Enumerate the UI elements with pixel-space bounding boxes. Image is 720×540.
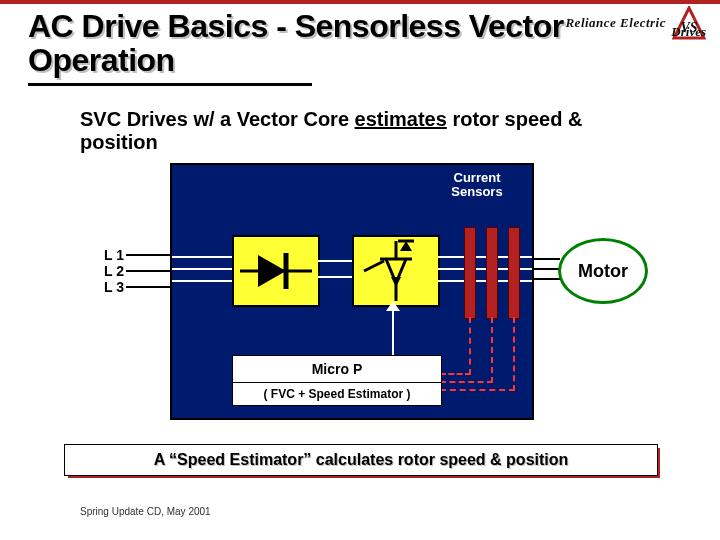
current-sensor-1 (464, 227, 476, 319)
fb-line-h3 (440, 389, 515, 391)
motor-symbol: Motor (558, 238, 648, 304)
fb-line-h2 (440, 381, 493, 383)
input-line-labels: L 1 L 2 L 3 (104, 247, 124, 295)
micro-p-subtitle: ( FVC + Speed Estimator ) (233, 383, 441, 405)
top-divider (0, 0, 720, 4)
callout-text: A “Speed Estimator” calculates rotor spe… (154, 451, 569, 469)
subtitle-pre: SVC Drives w/ a Vector Core (80, 108, 355, 130)
page-title: AC Drive Basics - Sensorless Vector Oper… (28, 10, 688, 77)
motor-label: Motor (578, 261, 628, 282)
motor-line-1 (530, 258, 560, 260)
slide: Reliance Electric VS Drives AC Drive Bas… (0, 0, 720, 540)
current-sensor-3 (508, 227, 520, 319)
page-title-text: AC Drive Basics - Sensorless Vector Oper… (28, 10, 688, 77)
fb-line-v2 (491, 317, 493, 383)
subtitle: SVC Drives w/ a Vector Core estimates ro… (80, 108, 660, 154)
callout-face: A “Speed Estimator” calculates rotor spe… (64, 444, 658, 476)
footer-text: Spring Update CD, May 2001 (80, 506, 211, 517)
motor-line-3 (530, 278, 560, 280)
current-sensor-2 (486, 227, 498, 319)
motor-line-2 (530, 268, 560, 270)
input-l3: L 3 (104, 279, 124, 295)
title-underline (28, 83, 312, 86)
drive-diagram-panel: Current Sensors (170, 163, 534, 420)
input-l1: L 1 (104, 247, 124, 263)
input-l2: L 2 (104, 263, 124, 279)
arrow-up-icon (386, 301, 400, 311)
micro-p-block: Micro P ( FVC + Speed Estimator ) (232, 355, 442, 406)
fb-line-h1 (440, 373, 471, 375)
subtitle-underlined: estimates (355, 108, 447, 130)
microp-to-inverter-line (392, 307, 394, 355)
micro-p-title: Micro P (233, 356, 441, 383)
fb-line-v1 (469, 317, 471, 375)
fb-line-v3 (513, 317, 515, 391)
callout-bar: A “Speed Estimator” calculates rotor spe… (64, 444, 656, 474)
